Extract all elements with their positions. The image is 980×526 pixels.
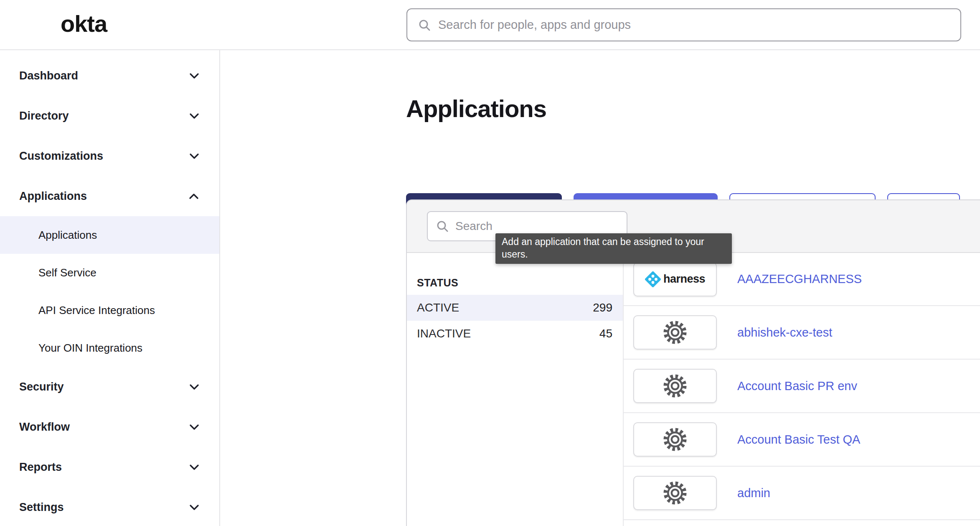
status-filter: STATUS ACTIVE 299 INACTIVE 45 — [407, 253, 623, 526]
app-logo-tile — [633, 422, 717, 457]
gear-icon — [663, 373, 688, 398]
chevron-up-icon — [189, 191, 199, 202]
panel-body: STATUS ACTIVE 299 INACTIVE 45 harness — [407, 253, 980, 526]
app-logo-tile — [633, 476, 717, 510]
gear-icon — [663, 320, 688, 345]
sidebar-subitem-self-service[interactable]: Self Service — [0, 254, 219, 291]
chevron-down-icon — [189, 111, 199, 121]
search-icon — [418, 19, 431, 31]
app-search-input[interactable] — [455, 220, 618, 233]
filter-active[interactable]: ACTIVE 299 — [407, 295, 623, 321]
status-heading: STATUS — [407, 276, 623, 289]
app-link[interactable]: Account Basic PR env — [737, 379, 857, 393]
app-link[interactable]: abhishek-cxe-test — [737, 326, 832, 340]
sidebar-subitem-api-service-integrations[interactable]: API Service Integrations — [0, 291, 219, 329]
inactive-count: 45 — [599, 327, 612, 340]
okta-admin-console: okta Dashboard Directory Customizations … — [0, 0, 980, 526]
app-logo-tile: harness — [633, 262, 717, 296]
sidebar: Dashboard Directory Customizations Appli… — [0, 50, 220, 526]
app-row[interactable]: admin — [624, 467, 980, 520]
active-count: 299 — [593, 301, 612, 314]
sidebar-subitem-your-oin-integrations[interactable]: Your OIN Integrations — [0, 329, 219, 367]
okta-wordmark: okta — [61, 12, 107, 38]
sidebar-item-workflow[interactable]: Workflow — [0, 407, 219, 447]
filter-inactive[interactable]: INACTIVE 45 — [407, 321, 623, 347]
search-icon — [436, 220, 449, 232]
app-row[interactable]: abhishek-cxe-test — [624, 306, 980, 360]
app-row[interactable]: Account Basic Test QA — [624, 413, 980, 467]
applications-subnav: Applications Self Service API Service In… — [0, 216, 219, 367]
sidebar-item-reports[interactable]: Reports — [0, 447, 219, 487]
sidebar-item-security[interactable]: Security — [0, 367, 219, 407]
sidebar-subitem-applications[interactable]: Applications — [0, 216, 219, 254]
page-title: Applications — [406, 94, 546, 123]
chevron-down-icon — [189, 462, 199, 472]
chevron-down-icon — [189, 71, 199, 81]
harness-logo-icon — [645, 271, 661, 287]
app-list: harness AAAZEECGHARNESS abhishek-cxe-tes… — [623, 253, 980, 526]
chevron-down-icon — [189, 151, 199, 161]
sidebar-item-dashboard[interactable]: Dashboard — [0, 56, 219, 96]
app-logo-tile — [633, 315, 717, 350]
top-header: okta — [0, 0, 980, 50]
gear-icon — [663, 480, 688, 506]
okta-logo[interactable]: okta — [19, 9, 107, 41]
sidebar-item-directory[interactable]: Directory — [0, 96, 219, 136]
sidebar-item-customizations[interactable]: Customizations — [0, 136, 219, 176]
app-link[interactable]: AAAZEECGHARNESS — [737, 272, 862, 286]
app-link[interactable]: admin — [737, 486, 770, 500]
chevron-down-icon — [189, 382, 199, 392]
global-search-input[interactable] — [438, 18, 950, 32]
okta-logo-icon — [19, 9, 49, 41]
gear-icon — [663, 427, 688, 452]
global-search — [406, 8, 961, 41]
sidebar-item-applications[interactable]: Applications — [0, 176, 219, 216]
app-row[interactable]: Account Basic PR env — [624, 360, 980, 413]
sidebar-item-settings[interactable]: Settings — [0, 487, 219, 526]
chevron-down-icon — [189, 422, 199, 432]
app-link[interactable]: Account Basic Test QA — [737, 433, 860, 447]
harness-logo-text: harness — [663, 273, 705, 286]
tooltip: Add an application that can be assigned … — [495, 233, 732, 264]
app-logo-tile — [633, 369, 717, 403]
chevron-down-icon — [189, 502, 199, 513]
